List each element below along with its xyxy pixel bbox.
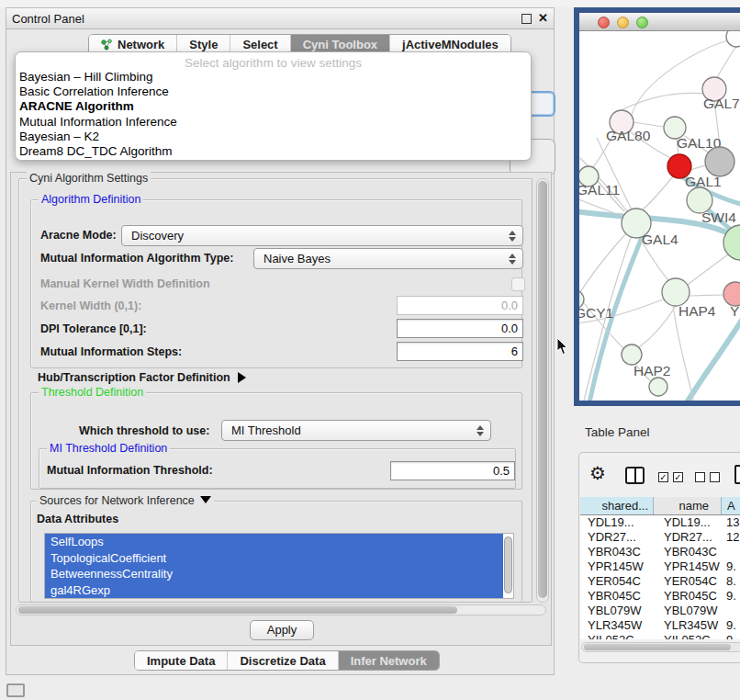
column-header-clipped[interactable]: A (722, 497, 740, 514)
network-edge[interactable] (597, 138, 632, 209)
hub-definition-expander[interactable]: Hub/Transcription Factor Definition (38, 368, 246, 385)
network-canvas[interactable]: GAL7GAL80GAL10GAL1GAL11GAL4SWI4GCY1HAP4Y… (579, 31, 740, 401)
sources-group: Sources for Network Inference Data Attri… (30, 501, 522, 602)
data-attributes-label: Data Attributes (37, 513, 118, 525)
data-attribute-option[interactable]: BetweennessCentrality (45, 566, 503, 582)
data-attribute-option[interactable]: gal4RGexp (45, 582, 503, 599)
table-row[interactable]: YBR045CYBR045C9. (580, 589, 740, 604)
mi-algorithm-type-select[interactable]: Naive Bayes (253, 248, 523, 269)
table-row[interactable]: YER054CYER054C8. (580, 574, 740, 589)
network-node[interactable] (726, 31, 740, 47)
tab-label: Cyni Toolbox (303, 38, 377, 51)
tab-label: Style (189, 38, 218, 51)
network-edge[interactable] (716, 46, 736, 79)
which-threshold-select[interactable]: MI Threshold (221, 420, 491, 441)
expand-right-icon (238, 372, 246, 383)
column-layout-icon[interactable] (625, 467, 645, 484)
mi-threshold-field[interactable]: 0.5 (390, 461, 515, 480)
data-attribute-option[interactable]: TopologicalCoefficient (45, 550, 503, 567)
dpi-tolerance-field[interactable]: 0.0 (397, 319, 523, 338)
aracne-mode-value: Discovery (131, 229, 184, 243)
node-hap2[interactable] (622, 344, 642, 365)
mi-threshold-group: MI Threshold Definition Mutual Informati… (39, 448, 516, 489)
algorithm-option[interactable]: Bayesian – Hill Climbing (16, 70, 531, 85)
stepper-arrows-icon (509, 253, 516, 265)
manual-kernel-checkbox[interactable] (511, 277, 525, 291)
table-row[interactable]: YIL052CYIL052C9. (580, 633, 740, 639)
aracne-mode-select[interactable]: Discovery (121, 225, 523, 246)
table-cell: YLR345W (654, 618, 722, 633)
settings-horizontal-scrollbar[interactable] (16, 604, 546, 615)
node-hap4[interactable] (662, 278, 690, 306)
network-edge[interactable] (673, 306, 695, 401)
table-row[interactable]: YLR345WYLR345W9. (580, 618, 740, 633)
data-attributes-items: SelfLoopsTopologicalCoefficientBetweenne… (45, 534, 513, 598)
table-cell: 13 (722, 515, 740, 530)
tab-discretize-data[interactable]: Discretize Data (228, 651, 338, 670)
threshold-definition-legend: Threshold Definition (39, 386, 146, 400)
float-panel-icon[interactable] (521, 14, 532, 24)
table-cell: YDL19... (654, 515, 722, 530)
algorithm-popup-placeholder: Select algorithm to view settings (16, 52, 531, 70)
mi-type-label: Mutual Information Algorithm Type: (40, 252, 233, 265)
network-edge[interactable] (633, 122, 664, 127)
network-edge[interactable] (580, 234, 625, 292)
table-cell: YBR043C (654, 545, 722, 559)
data-attribute-option[interactable]: SelfLoops (45, 534, 503, 550)
minimize-traffic-light-icon[interactable] (617, 17, 629, 28)
network-node[interactable] (649, 378, 667, 396)
aracne-mode-label: Aracne Mode: (40, 229, 117, 242)
settings-vertical-scrollbar[interactable] (536, 178, 549, 603)
tab-label: jActiveMNodules (402, 38, 499, 51)
table-cell: YER054C (580, 574, 654, 589)
table-cell: YBR043C (580, 545, 654, 559)
network-edge[interactable] (688, 250, 734, 285)
collapsed-panel-icon[interactable] (6, 683, 25, 697)
network-node[interactable] (705, 147, 734, 176)
stepper-arrows-icon (477, 424, 484, 437)
apply-button[interactable]: Apply (250, 620, 314, 640)
algorithm-option[interactable]: Basic Correlation Inference (16, 85, 531, 99)
cyni-settings-scrollpane: Cyni Algorithm Settings Algorithm Defini… (10, 172, 552, 646)
algorithm-option[interactable]: Mutual Information Inference (16, 115, 531, 130)
control-panel-title: Control Panel (12, 12, 84, 26)
column-header-name[interactable]: name (654, 497, 722, 514)
zoom-traffic-light-icon[interactable] (636, 17, 648, 28)
table-row[interactable]: YPR145WYPR145W9. (580, 559, 740, 574)
algorithm-option[interactable]: Dream8 DC_TDC Algorithm (16, 144, 531, 159)
table-row[interactable]: YBL079WYBL079W (580, 604, 740, 618)
table-horizontal-scrollbar[interactable] (581, 642, 740, 652)
network-edge[interactable] (643, 176, 673, 209)
dpi-tolerance-label: DPI Tolerance [0,1]: (40, 322, 147, 335)
select-all-icon[interactable]: ✓ ✓ (658, 472, 683, 482)
network-icon (101, 39, 113, 51)
gear-icon[interactable]: ⚙ (589, 464, 606, 482)
network-window-titlebar (579, 13, 740, 31)
table-row[interactable]: YBR043CYBR043C (580, 545, 740, 559)
which-threshold-value: MI Threshold (231, 423, 301, 437)
algorithm-definition-group: Algorithm Definition Aracne Mode: Discov… (30, 199, 522, 368)
close-traffic-light-icon[interactable] (598, 17, 610, 28)
close-panel-icon[interactable]: ✕ (538, 11, 548, 25)
tab-infer-network[interactable]: Infer Network (339, 651, 439, 670)
table-cell (722, 545, 740, 559)
table-row[interactable]: YDR27...YDR27...12 (580, 530, 740, 545)
network-edge[interactable] (639, 306, 676, 347)
algorithm-option[interactable]: Bayesian – K2 (16, 130, 531, 144)
node-label: GAL4 (642, 231, 678, 247)
tab-impute-data[interactable]: Impute Data (135, 651, 228, 670)
algorithm-option[interactable]: ARACNE Algorithm (16, 99, 531, 114)
mi-threshold-legend: MI Threshold Definition (47, 442, 170, 456)
mi-steps-field[interactable]: 6 (397, 342, 523, 361)
network-edge[interactable] (690, 165, 705, 170)
kernel-width-field[interactable]: 0.0 (397, 296, 523, 315)
network-edge[interactable] (690, 295, 723, 296)
table-row[interactable]: YDL19...YDL19...13 (580, 515, 740, 530)
table-cell: YBR045C (654, 589, 722, 604)
sources-legend[interactable]: Sources for Network Inference (37, 494, 214, 508)
deselect-all-icon[interactable] (695, 472, 720, 482)
table-function-icon[interactable] (734, 465, 740, 484)
attributes-scrollbar[interactable] (504, 536, 512, 596)
node-label: GAL7 (703, 96, 740, 111)
column-header-shared-name[interactable]: shared... (580, 497, 654, 514)
